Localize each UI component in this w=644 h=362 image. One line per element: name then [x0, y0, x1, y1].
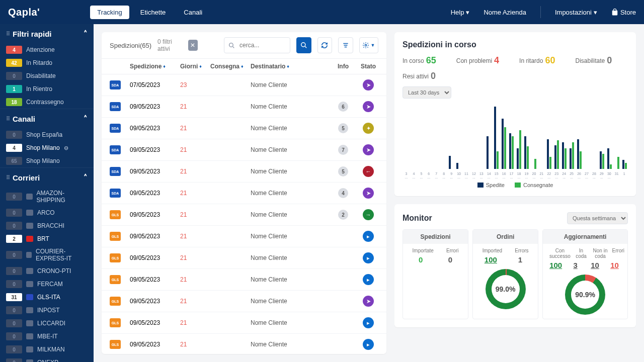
table-row[interactable]: GLS 09/05/2023 21 Nome Cliente ▸ [102, 247, 386, 269]
chart: 3...4...5...6...7...8...9...10...11...12… [403, 104, 628, 179]
deep-search-button[interactable] [296, 37, 311, 53]
table-row[interactable]: GLS 09/05/2023 21 Nome Cliente ▸ [102, 226, 386, 247]
filter-label: In Rientro [26, 85, 52, 93]
col-spedizione[interactable]: Spedizione♦ [130, 63, 180, 70]
courier-item[interactable]: 0INPOST [0, 304, 94, 317]
list-toggle-button[interactable] [338, 37, 353, 53]
courier-item[interactable]: 0ARCO [0, 206, 94, 219]
help-menu[interactable]: Help▾ [451, 9, 470, 16]
axis-tick: 25... [568, 172, 576, 179]
monitor-card: Monitor Questa settimana Spedizioni Impo… [394, 204, 636, 327]
table-row[interactable]: GLS 09/05/2023 21 Nome Cliente 2 → [102, 204, 386, 226]
table-row[interactable]: SDA 07/05/2023 23 Nome Cliente ➤ [102, 74, 386, 96]
courier-item[interactable]: 0LICCARDI [0, 317, 94, 330]
count-badge: 0 [6, 267, 22, 275]
monitor-range-select[interactable]: Questa settimana [567, 212, 628, 224]
status-icon[interactable]: ➤ [363, 79, 374, 90]
table-row[interactable]: GLS 09/05/2023 21 Nome Cliente ▸ [102, 312, 386, 334]
table-row[interactable]: SDA 09/05/2023 21 Nome Cliente 6 ➤ [102, 96, 386, 118]
cell-date: 09/05/2023 [130, 211, 180, 218]
courier-item[interactable]: 0MILKMAN [0, 343, 94, 356]
cell-date: 09/05/2023 [130, 146, 180, 153]
kpi-value: 0 [431, 71, 436, 81]
courier-item[interactable]: 0AMAZON-SHIPPING [0, 187, 94, 206]
topnav-tracking[interactable]: Tracking [90, 6, 129, 19]
table-row[interactable]: SDA 09/05/2023 21 Nome Cliente 7 ➤ [102, 139, 386, 161]
status-icon[interactable]: → [363, 209, 374, 220]
courier-item[interactable]: 0ONEXP [0, 356, 94, 362]
axis-tick: 7... [433, 172, 440, 179]
status-icon[interactable]: ▸ [363, 252, 374, 263]
shipments-panel: Spedizioni(65) 0 filtri attivi ✕ ▼ Spedi… [102, 32, 386, 354]
table-row[interactable]: SDA 09/05/2023 21 Nome Cliente 5 ← [102, 161, 386, 183]
status-icon[interactable]: ▸ [363, 231, 374, 242]
settings-dropdown[interactable]: ▼ [359, 37, 378, 53]
status-icon[interactable]: ▸ [363, 317, 374, 328]
cell-date: 09/05/2023 [130, 319, 180, 326]
refresh-button[interactable] [317, 37, 333, 53]
courier-item[interactable]: 0FERCAM [0, 278, 94, 291]
status-icon[interactable]: ▸ [363, 274, 374, 285]
status-icon[interactable]: ▸ [363, 339, 374, 350]
courier-item[interactable]: 0BRACCHI [0, 219, 94, 232]
col-destinatario[interactable]: Destinatario♦ [251, 63, 328, 70]
range-select[interactable]: Last 30 days [403, 86, 451, 99]
col-giorni[interactable]: Giorni♦ [180, 63, 210, 70]
status-icon[interactable]: ➤ [363, 101, 374, 112]
table-row[interactable]: GLS 09/05/2023 21 Nome Cliente ➤ [102, 291, 386, 312]
table-row[interactable]: GLS 09/05/2023 21 Nome Cliente ▸ [102, 334, 386, 354]
company-name[interactable]: Nome Azienda [484, 9, 526, 16]
sb-canali-header[interactable]: ⠿ Canali ˄ [0, 109, 94, 128]
channel-item[interactable]: 65Shop Milano [0, 154, 94, 167]
status-icon[interactable]: ➤ [363, 144, 374, 155]
status-icon[interactable]: ➤ [363, 188, 374, 199]
store-link[interactable]: Store [611, 9, 636, 16]
status-icon[interactable]: ✦ [363, 123, 374, 134]
courier-icon [26, 320, 33, 326]
kpi-value: 65 [426, 55, 436, 66]
close-icon[interactable]: ⊖ [64, 145, 68, 151]
filter-item[interactable]: 0Disabilitate [0, 69, 94, 82]
carrier-badge: GLS [110, 318, 121, 327]
status-icon[interactable]: ← [363, 166, 374, 177]
grip-icon: ⠿ [6, 116, 10, 122]
sort-icon: ♦ [163, 64, 166, 69]
topnav-etichette[interactable]: Etichette [133, 6, 173, 19]
courier-item[interactable]: 0MBE-IT [0, 330, 94, 343]
table-row[interactable]: SDA 09/05/2023 21 Nome Cliente 4 ➤ [102, 183, 386, 204]
filter-item[interactable]: 42In Ritardo [0, 56, 94, 69]
courier-item[interactable]: 2BRT [0, 232, 94, 245]
table-body: SDA 07/05/2023 23 Nome Cliente ➤ SDA 09/… [102, 74, 386, 354]
cell-days: 21 [180, 319, 210, 326]
courier-icon [26, 359, 33, 362]
courier-item[interactable]: 0COURIER-EXPRESS-IT [0, 245, 94, 264]
sb-corrieri-header[interactable]: ⠿ Corrieri ˄ [0, 168, 94, 187]
count-badge: 0 [6, 345, 22, 353]
channel-item[interactable]: 0Shop España [0, 128, 94, 141]
courier-item[interactable]: 0CRONO-PTI [0, 264, 94, 278]
table-row[interactable]: GLS 09/05/2023 21 Nome Cliente ▸ [102, 269, 386, 291]
filter-item[interactable]: 18Contrassegno [0, 96, 94, 109]
status-icon[interactable]: ➤ [363, 296, 374, 307]
courier-item[interactable]: 31GLS-ITA [0, 291, 94, 304]
channel-item[interactable]: 4Shop Milano⊖ [0, 141, 94, 154]
bar-spedite [524, 136, 526, 169]
settings-menu[interactable]: Impostazioni▾ [555, 9, 597, 16]
bar-spedite [449, 156, 451, 169]
topnav-canali[interactable]: Canali [177, 6, 209, 19]
sb-filtri-header[interactable]: ⠿ Filtri rapidi ˄ [0, 24, 94, 43]
kpi: Resi attivi 0 [403, 71, 436, 81]
bar-spedite [622, 160, 624, 169]
col-consegna[interactable]: Consegna♦ [210, 63, 251, 70]
table-row[interactable]: SDA 09/05/2023 21 Nome Cliente 5 ✦ [102, 118, 386, 139]
cell-recipient: Nome Cliente [251, 276, 328, 283]
filter-item[interactable]: 4Attenzione [0, 43, 94, 56]
filter-item[interactable]: 1In Rientro [0, 82, 94, 96]
cell-date: 09/05/2023 [130, 103, 180, 110]
search-input[interactable] [239, 42, 290, 49]
clear-filters-button[interactable]: ✕ [188, 40, 198, 51]
cell-date: 09/05/2023 [130, 190, 180, 197]
count-badge: 0 [6, 131, 22, 139]
axis-tick: 1 [620, 172, 628, 179]
search-box[interactable] [224, 37, 290, 53]
